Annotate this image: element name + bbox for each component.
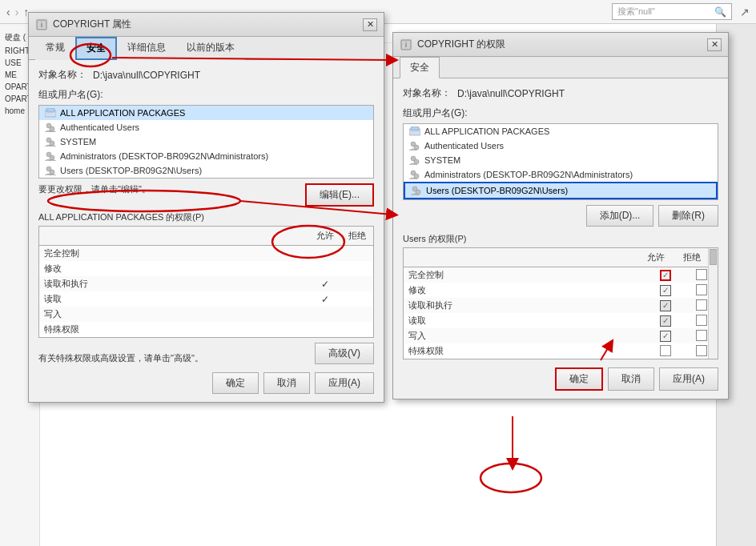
perm2-name-4: 写入: [404, 329, 645, 343]
permissions-title: COPYRIGHT 的权限: [417, 38, 505, 51]
search-placeholder: 搜索"null": [617, 6, 655, 18]
perm-object-field: 对象名称： D:\java\null\COPYRIGHT: [403, 86, 718, 100]
perm-user-item-4[interactable]: Users (DESKTOP-BR09G2N\Users): [404, 182, 718, 199]
perm-user-item-3[interactable]: Administrators (DESKTOP-BR09G2N\Administ…: [404, 167, 718, 182]
perm-user-name-1: Authenticated Users: [424, 141, 504, 151]
back-icon[interactable]: ‹: [6, 6, 10, 18]
perm2-row-2: 读取和执行 ✓: [404, 298, 718, 313]
user-item-1[interactable]: Authenticated Users: [39, 120, 373, 134]
svg-point-19: [414, 159, 419, 164]
properties-dialog: i COPYRIGHT 属性 ✕ 常规 安全 详细信息 以前的版本 对象名称： …: [28, 12, 384, 403]
perm2-allow-1[interactable]: ✓: [645, 285, 686, 296]
perm2-row-3: 读取 ✓: [404, 313, 718, 328]
properties-apply-button[interactable]: 应用(A): [315, 372, 374, 394]
perm2-name-3: 读取: [404, 314, 645, 327]
svg-point-9: [50, 155, 54, 160]
perm2-header-allow: 允许: [636, 250, 676, 265]
properties-title-icon: i: [35, 18, 48, 31]
user-item-0[interactable]: ALL APPLICATION PACKAGES: [39, 106, 373, 120]
svg-rect-3: [46, 108, 54, 112]
search-box[interactable]: 搜索"null" 🔍: [612, 3, 732, 20]
properties-body: 对象名称： D:\java\null\COPYRIGHT 组或用户名(G): A…: [29, 60, 384, 402]
perm-user-name-2: SYSTEM: [424, 155, 460, 165]
user-name-1: Authenticated Users: [60, 122, 139, 132]
perm-user-name-4: Users (DESKTOP-BR09G2N\Users): [426, 186, 568, 195]
perm-users-listbox[interactable]: ALL APPLICATION PACKAGES Authenticated U…: [403, 123, 718, 200]
users-listbox[interactable]: ALL APPLICATION PACKAGES Authenticated U…: [38, 105, 374, 179]
perm-section-label: ALL APPLICATION PACKAGES 的权限(P): [38, 211, 374, 223]
perm-name-2: 读取和执行: [39, 277, 309, 291]
perm-row-2: 读取和执行 ✓: [39, 276, 373, 291]
user-item-2[interactable]: SYSTEM: [39, 134, 373, 149]
svg-point-21: [414, 174, 419, 179]
permissions-close-button[interactable]: ✕: [707, 38, 722, 51]
svg-point-17: [414, 145, 419, 150]
properties-close-button[interactable]: ✕: [363, 18, 377, 31]
tab-general[interactable]: 常规: [35, 37, 75, 60]
object-label: 对象名称：: [38, 68, 86, 82]
perm-name-5: 特殊权限: [39, 323, 309, 336]
perm-user-item-0[interactable]: ALL APPLICATION PACKAGES: [404, 124, 718, 139]
permissions-button-row: 确定 取消 应用(A): [403, 367, 718, 391]
perm-name-0: 完全控制: [39, 247, 309, 260]
properties-button-row: 确定 取消 应用(A): [38, 372, 374, 394]
perm2-allow-2[interactable]: ✓: [645, 300, 686, 311]
svg-point-11: [50, 170, 54, 175]
perm-allow-2: ✓: [309, 279, 341, 290]
permissions-dialog: i COPYRIGHT 的权限 ✕ 安全 对象名称： D:\java\null\…: [392, 32, 729, 399]
permissions-ok-button[interactable]: 确定: [555, 367, 603, 391]
perm2-allow-3[interactable]: ✓: [645, 315, 686, 327]
add-button[interactable]: 添加(D)...: [586, 205, 654, 227]
advanced-note: 有关特殊权限或高级设置，请单击"高级"。: [38, 352, 203, 364]
perm2-allow-5[interactable]: [645, 345, 686, 358]
tab-details[interactable]: 详细信息: [117, 37, 176, 60]
perm2-name-5: 特殊权限: [404, 344, 645, 358]
user-name-0: ALL APPLICATION PACKAGES: [60, 108, 185, 118]
svg-point-7: [50, 141, 54, 146]
perm-header-deny: 拒绝: [341, 228, 373, 243]
perm-user-item-1[interactable]: Authenticated Users: [404, 139, 718, 153]
svg-text:i: i: [41, 21, 42, 29]
tab-security[interactable]: 安全: [75, 37, 117, 60]
permissions-tab-security[interactable]: 安全: [400, 57, 440, 78]
perm-object-value: D:\java\null\COPYRIGHT: [457, 88, 565, 99]
properties-title: COPYRIGHT 属性: [53, 18, 131, 31]
permissions-titlebar: i COPYRIGHT 的权限 ✕: [393, 33, 728, 57]
edit-button[interactable]: 编辑(E)...: [305, 183, 374, 207]
perm-user-item-2[interactable]: SYSTEM: [404, 153, 718, 167]
perm-header-allow: 允许: [309, 228, 341, 243]
object-value: D:\java\null\COPYRIGHT: [93, 70, 200, 81]
perm2-row-1: 修改 ✓: [404, 283, 718, 298]
properties-cancel-button[interactable]: 取消: [263, 372, 310, 394]
object-field: 对象名称： D:\java\null\COPYRIGHT: [38, 68, 374, 82]
edit-note: 要更改权限，请单击"编辑"。: [38, 183, 305, 207]
share-icon[interactable]: ↗: [740, 6, 750, 18]
user-item-3[interactable]: Administrators (DESKTOP-BR09G2N\Administ…: [39, 149, 373, 163]
perm-package-icon-0: [408, 126, 421, 137]
advanced-button[interactable]: 高级(V): [315, 343, 374, 364]
user-item-4[interactable]: Users (DESKTOP-BR09G2N\Users): [39, 163, 373, 178]
perm2-row-0: 完全控制 ✓: [404, 267, 718, 283]
perm2-section-label: Users 的权限(P): [403, 233, 718, 245]
group-label: 组或用户名(G):: [38, 88, 374, 102]
perm2-name-0: 完全控制: [404, 268, 645, 282]
properties-ok-button[interactable]: 确定: [212, 372, 259, 394]
perm-scrollbar[interactable]: [708, 248, 718, 359]
permissions-apply-button[interactable]: 应用(A): [659, 367, 718, 391]
perm2-allow-0[interactable]: ✓: [645, 270, 686, 281]
perm-group-label: 组或用户名(G):: [403, 106, 718, 120]
remove-button[interactable]: 删除(R): [658, 205, 718, 227]
perm-row-1: 修改: [39, 261, 373, 276]
permissions-cancel-button[interactable]: 取消: [608, 367, 654, 391]
perm-object-label: 对象名称：: [403, 86, 451, 100]
perm-name-1: 修改: [39, 262, 309, 275]
user-icon-4: [44, 165, 57, 176]
permissions-table: 允许 拒绝 完全控制 修改 读取和执行 ✓ 读取 ✓: [38, 226, 374, 338]
user-icon-1: [44, 122, 57, 133]
perm-header-name: [39, 228, 309, 243]
perm2-allow-4[interactable]: ✓: [645, 331, 686, 342]
svg-rect-15: [411, 126, 419, 130]
perm-row-3: 读取 ✓: [39, 291, 373, 307]
forward-icon[interactable]: ›: [15, 6, 19, 18]
tab-previous[interactable]: 以前的版本: [176, 37, 245, 60]
